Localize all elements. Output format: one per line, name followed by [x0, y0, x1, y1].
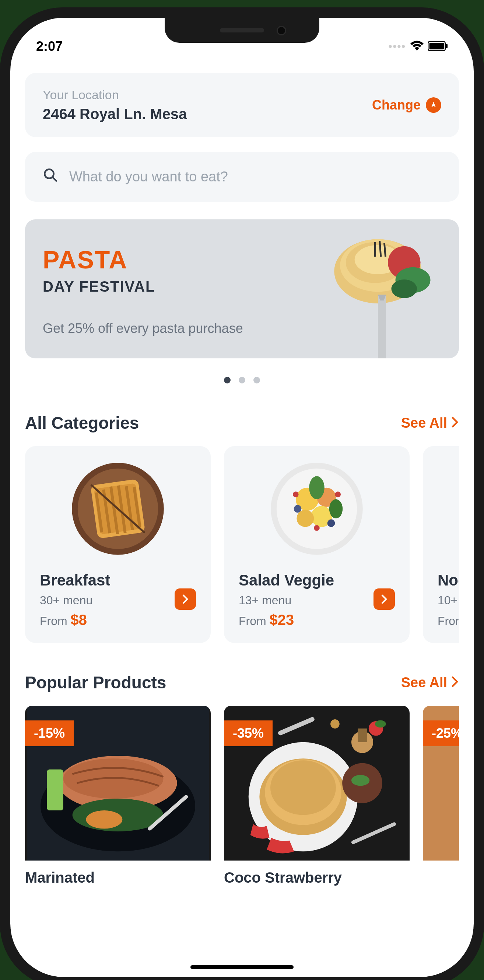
cellular-icon: ••••: [389, 41, 406, 52]
svg-point-54: [270, 760, 336, 815]
svg-rect-58: [358, 729, 367, 742]
svg-rect-15: [378, 294, 386, 358]
category-menu-count: 10+: [438, 593, 459, 607]
category-arrow-button[interactable]: [373, 589, 395, 610]
price-value: $8: [71, 612, 87, 628]
categories-title: All Categories: [25, 413, 139, 433]
svg-rect-1: [430, 43, 444, 49]
food-image: -25%: [423, 706, 459, 861]
product-card-partial[interactable]: -25%: [423, 706, 459, 887]
svg-point-40: [293, 492, 299, 497]
carousel-dots[interactable]: [25, 377, 459, 383]
pancake-image: -35%: [224, 706, 409, 861]
product-card-pancake[interactable]: -35%: [224, 706, 409, 887]
search-input[interactable]: [69, 169, 441, 185]
change-location-button[interactable]: Change: [372, 97, 441, 113]
popular-title: Popular Products: [25, 673, 166, 692]
location-label: Your Location: [43, 88, 187, 102]
breakfast-image: [70, 461, 166, 557]
pasta-image: [319, 231, 437, 358]
dot-3[interactable]: [254, 377, 260, 383]
svg-line-4: [52, 177, 56, 181]
svg-point-34: [309, 476, 325, 499]
svg-rect-49: [47, 770, 63, 810]
change-label: Change: [372, 97, 421, 113]
svg-point-35: [329, 499, 343, 519]
product-name: Coco Strawberry: [224, 868, 409, 887]
discount-badge: -35%: [224, 721, 273, 746]
product-card-salmon[interactable]: -15%: [25, 706, 211, 887]
search-icon: [43, 167, 58, 186]
svg-point-36: [294, 505, 302, 513]
dot-2[interactable]: [239, 377, 245, 383]
svg-point-33: [297, 510, 314, 527]
navigation-icon: [426, 97, 441, 113]
product-name: Marinated: [25, 868, 211, 887]
svg-point-64: [330, 719, 340, 729]
salmon-image: -15%: [25, 706, 211, 861]
svg-point-56: [351, 775, 370, 786]
salad-image: [269, 461, 365, 557]
price-from: Fron: [438, 614, 459, 627]
svg-line-13: [380, 241, 381, 257]
category-card-breakfast[interactable]: Breakfast 30+ menu From $8: [25, 446, 211, 643]
discount-badge: -25%: [423, 721, 459, 746]
promo-banner[interactable]: PASTA DAY FESTIVAL Get 25% off every pas…: [25, 220, 459, 358]
svg-point-38: [314, 525, 320, 531]
price-from: From: [40, 614, 71, 627]
wifi-icon: [410, 39, 424, 54]
svg-line-14: [384, 243, 385, 257]
status-time: 2:07: [36, 39, 63, 54]
category-name: Salad Veggie: [239, 571, 395, 589]
svg-point-60: [375, 721, 386, 728]
location-address: 2464 Royal Ln. Mesa: [43, 106, 187, 123]
home-indicator[interactable]: [190, 965, 294, 969]
svg-point-47: [86, 810, 123, 829]
category-menu-count: 13+ menu: [239, 593, 395, 607]
category-card-partial[interactable]: Noo 10+ Fron: [423, 446, 459, 643]
svg-point-39: [335, 492, 341, 497]
category-card-salad[interactable]: Salad Veggie 13+ menu From $23: [224, 446, 409, 643]
svg-rect-2: [446, 44, 448, 48]
category-arrow-button[interactable]: [175, 589, 196, 610]
discount-badge: -15%: [25, 721, 74, 746]
category-name: Noo: [438, 571, 459, 589]
see-all-products-button[interactable]: See All: [401, 675, 459, 690]
see-all-label: See All: [401, 675, 447, 690]
price-value: $23: [270, 612, 294, 628]
svg-point-37: [327, 520, 335, 527]
search-box[interactable]: [25, 152, 459, 202]
price-from: From: [239, 614, 270, 627]
category-menu-count: 30+ menu: [40, 593, 196, 607]
chevron-right-icon: [451, 675, 459, 690]
see-all-categories-button[interactable]: See All: [401, 415, 459, 431]
location-card: Your Location 2464 Royal Ln. Mesa Change: [25, 73, 459, 137]
category-name: Breakfast: [40, 571, 196, 589]
see-all-label: See All: [401, 415, 447, 431]
battery-icon: [428, 39, 448, 54]
chevron-right-icon: [451, 415, 459, 431]
dot-1[interactable]: [224, 377, 230, 383]
svg-point-11: [391, 280, 417, 298]
